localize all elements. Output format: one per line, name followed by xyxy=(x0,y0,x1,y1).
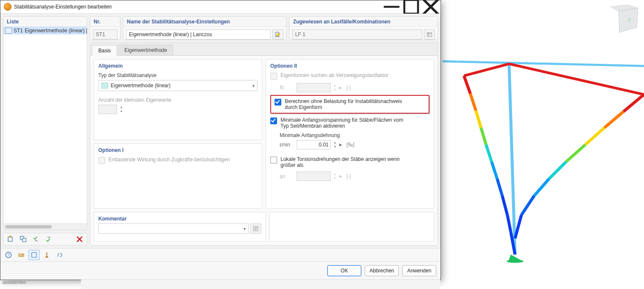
duplicate-item-button[interactable] xyxy=(18,234,29,244)
tabs-panel: Basis Eigenwertmethode Allgemein Typ der… xyxy=(90,43,438,246)
edit-name-button[interactable] xyxy=(272,29,283,40)
unit-phix: [-] xyxy=(346,173,351,179)
ok-button[interactable]: OK xyxy=(327,265,361,276)
svg-rect-35 xyxy=(427,33,432,37)
name-title: Name der Stabilitätsanalyse-Einstellunge… xyxy=(123,17,286,27)
list-item-label: Eigenwertmethode (linear) | Lancz xyxy=(25,28,87,34)
tab-eigenwertmethode[interactable]: Eigenwertmethode xyxy=(118,45,173,55)
navigation-cube[interactable]: -Y xyxy=(609,3,639,32)
spin-phix-value xyxy=(297,172,331,181)
nr-input[interactable]: ST1 xyxy=(93,29,117,40)
dialog-bottom-toolbar: ? 0,00 f xyxy=(0,248,441,261)
delete-item-button[interactable] xyxy=(74,234,85,244)
kommentar-edit-button[interactable] xyxy=(250,223,261,234)
assigned-title: Zugewiesen an Lastfälle/Kombinationen xyxy=(289,17,438,27)
cancel-button[interactable]: Abbrechen xyxy=(365,265,399,276)
assigned-panel: Zugewiesen an Lastfälle/Kombinationen LF… xyxy=(289,16,438,40)
select-typ[interactable]: Eigenwertmethode (linear) ▾ xyxy=(98,80,258,91)
unit-f0: [-] xyxy=(346,85,351,91)
label-emin: εmin xyxy=(280,142,294,148)
units-button[interactable]: 0,00 xyxy=(16,250,27,260)
list-item-swatch xyxy=(5,28,12,34)
background-toolbar-strip xyxy=(81,279,440,289)
list-horizontal-scrollbar[interactable] xyxy=(3,223,87,230)
truncated-sidebar-text: assistenten xyxy=(0,279,90,286)
svg-text:f: f xyxy=(57,252,59,258)
spin-f0-value xyxy=(297,83,331,92)
checkbox-entlastende-wirkung xyxy=(98,157,105,164)
check-up-button[interactable] xyxy=(43,234,54,244)
function-button[interactable]: f xyxy=(54,250,65,260)
group-optionen2: Optionen II Eigenformen suchen ab Verzwe… xyxy=(266,59,434,209)
label-lokale-torsion: Lokale Torsionsdrehungen der Stäbe anzei… xyxy=(280,156,408,168)
list-item-code: ST1 xyxy=(14,28,23,34)
app-icon xyxy=(4,3,11,11)
checkbox-eigenformen-suchen xyxy=(270,73,277,80)
minimize-button[interactable] xyxy=(382,0,401,13)
group-title-allgemein: Allgemein xyxy=(98,63,258,69)
new-item-button[interactable] xyxy=(5,234,16,244)
assigned-input[interactable]: LF 1 xyxy=(292,29,422,40)
label-phix: φx xyxy=(280,173,294,179)
list-panel: Liste ST1 Eigenwertmethode (linear) | La… xyxy=(3,16,87,230)
label-min-dehnung: Minimale Anfangsdehnung xyxy=(280,132,429,138)
label-typ: Typ der Stabilitätsanalyse xyxy=(98,72,258,78)
apply-button[interactable]: Anwenden xyxy=(402,265,436,276)
spin-anzahl-value[interactable] xyxy=(98,105,117,114)
select-typ-value: Eigenwertmethode (linear) xyxy=(111,83,171,89)
unit-emin: [‰] xyxy=(346,142,355,148)
label-entlastende-wirkung: Entlastende Wirkung durch Zugkräfte berü… xyxy=(109,157,230,163)
maximize-button[interactable] xyxy=(401,0,421,13)
chevron-down-icon: ▾ xyxy=(252,83,255,88)
svg-rect-46 xyxy=(32,253,37,258)
name-panel: Name der Stabilitätsanalyse-Einstellunge… xyxy=(123,16,286,40)
highlight-berechnen-ohne-belastung: Berechnen ohne Belastung für Instabilitä… xyxy=(270,95,429,114)
svg-rect-31 xyxy=(23,238,26,242)
label-berechnen-ohne-belastung: Berechnen ohne Belastung für Instabilitä… xyxy=(285,98,412,110)
svg-rect-29 xyxy=(9,236,11,237)
list-body[interactable]: ST1 Eigenwertmethode (linear) | Lancz xyxy=(3,27,87,223)
group-title-kommentar: Kommentar xyxy=(98,216,261,222)
dialog-button-bar: OK Abbrechen Anwenden xyxy=(0,261,441,280)
chevron-down-icon: ▾ xyxy=(243,226,246,231)
checkbox-berechnen-ohne-belastung[interactable] xyxy=(275,99,281,106)
window-title: Stabilitätsanalyse-Einstellungen bearbei… xyxy=(14,4,382,10)
dialog-edit-stability-settings: Stabilitätsanalyse-Einstellungen bearbei… xyxy=(0,0,441,280)
list-toolbar xyxy=(3,233,87,246)
group-allgemein: Allgemein Typ der Stabilitätsanalyse Eig… xyxy=(94,59,262,140)
checkbox-min-vorspannung[interactable] xyxy=(270,117,277,124)
tabstrip: Basis Eigenwertmethode xyxy=(90,43,438,56)
assign-loadcase-button[interactable] xyxy=(424,29,435,40)
titlebar[interactable]: Stabilitätsanalyse-Einstellungen bearbei… xyxy=(0,0,441,14)
spin-emin-value[interactable]: 0.01 xyxy=(297,140,331,149)
spin-phix: ▲▼ ▶ xyxy=(297,172,342,181)
nr-panel: Nr. ST1 xyxy=(90,16,120,40)
checkbox-lokale-torsion[interactable] xyxy=(270,157,277,163)
check-down-button[interactable] xyxy=(31,234,42,244)
group-optionen1: Optionen I Entlastende Wirkung durch Zug… xyxy=(94,143,262,209)
spin-emin[interactable]: 0.01 ▲▼ ▶ xyxy=(297,140,342,149)
group-title-optionen1: Optionen I xyxy=(98,147,258,153)
group-title-optionen2: Optionen II xyxy=(270,63,429,69)
kommentar-combo[interactable]: ▾ xyxy=(98,223,249,234)
group-bottom-right-empty xyxy=(269,212,434,242)
name-input[interactable]: Eigenwertmethode (linear) | Lanczos xyxy=(126,29,271,40)
select-typ-swatch xyxy=(101,83,108,89)
nr-title: Nr. xyxy=(90,17,120,27)
svg-text:0,00: 0,00 xyxy=(19,254,24,257)
view-mode-button[interactable] xyxy=(29,250,40,260)
label-eigenformen-suchen: Eigenformen suchen ab Verzweigungslastfa… xyxy=(280,72,388,78)
close-button[interactable] xyxy=(421,0,441,13)
svg-text:?: ? xyxy=(7,253,9,257)
spin-f0: ▲▼ ▶ xyxy=(297,83,342,92)
tab-basis[interactable]: Basis xyxy=(92,45,117,56)
label-anzahl: Anzahl der kleinsten Eigenwerte xyxy=(98,97,258,103)
list-title: Liste xyxy=(3,17,87,27)
list-item[interactable]: ST1 Eigenwertmethode (linear) | Lancz xyxy=(3,27,87,34)
label-min-vorspannung: Minimale Anfangsvorspannung für Stäbe/Fl… xyxy=(280,117,408,129)
svg-rect-28 xyxy=(8,237,12,241)
label-f0: f0 xyxy=(280,85,294,91)
spin-anzahl[interactable]: ▲▼ xyxy=(98,105,124,114)
supports-button[interactable] xyxy=(41,250,52,260)
help-button[interactable]: ? xyxy=(3,250,14,260)
